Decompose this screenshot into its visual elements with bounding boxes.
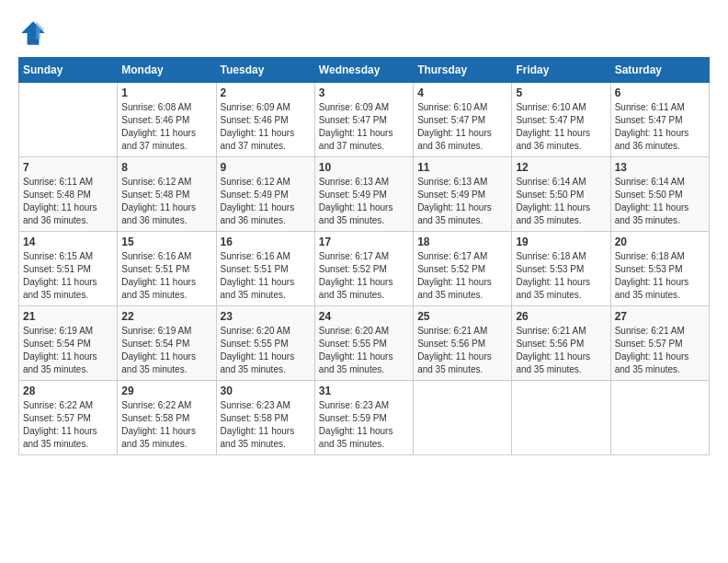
day-number: 23: [221, 310, 311, 323]
cell-info: Sunrise: 6:22 AMSunset: 5:58 PMDaylight:…: [121, 399, 211, 451]
day-number: 16: [221, 236, 311, 248]
day-number: 12: [516, 161, 606, 174]
day-number: 6: [615, 86, 705, 99]
calendar-cell: 27Sunrise: 6:21 AMSunset: 5:57 PMDayligh…: [610, 306, 709, 381]
calendar-cell: 7Sunrise: 6:11 AMSunset: 5:48 PMDaylight…: [19, 157, 118, 232]
day-number: 1: [121, 86, 211, 99]
day-number: 2: [221, 86, 311, 99]
calendar-cell: 22Sunrise: 6:19 AMSunset: 5:54 PMDayligh…: [118, 306, 216, 381]
day-number: 21: [23, 310, 113, 323]
day-number: 22: [121, 310, 211, 323]
calendar-cell: 9Sunrise: 6:12 AMSunset: 5:49 PMDaylight…: [216, 157, 314, 232]
cell-info: Sunrise: 6:11 AMSunset: 5:48 PMDaylight:…: [23, 176, 113, 227]
day-number: 17: [319, 236, 409, 248]
day-number: 30: [221, 385, 311, 397]
cell-info: Sunrise: 6:10 AMSunset: 5:47 PMDaylight:…: [417, 101, 507, 153]
calendar-cell: 2Sunrise: 6:09 AMSunset: 5:46 PMDaylight…: [216, 83, 314, 157]
cell-info: Sunrise: 6:10 AMSunset: 5:47 PMDaylight:…: [516, 101, 606, 153]
day-number: 7: [23, 161, 113, 174]
day-number: 3: [319, 86, 409, 99]
cell-info: Sunrise: 6:19 AMSunset: 5:54 PMDaylight:…: [121, 325, 211, 376]
cell-info: Sunrise: 6:17 AMSunset: 5:52 PMDaylight:…: [319, 250, 409, 302]
column-header-sunday: Sunday: [19, 58, 118, 83]
day-number: 4: [417, 86, 507, 99]
cell-info: Sunrise: 6:09 AMSunset: 5:47 PMDaylight:…: [319, 101, 409, 153]
calendar-header-row: SundayMondayTuesdayWednesdayThursdayFrid…: [19, 58, 710, 83]
calendar-week-row: 21Sunrise: 6:19 AMSunset: 5:54 PMDayligh…: [19, 306, 710, 381]
day-number: 15: [121, 236, 211, 248]
cell-info: Sunrise: 6:08 AMSunset: 5:46 PMDaylight:…: [121, 101, 211, 153]
cell-info: Sunrise: 6:11 AMSunset: 5:47 PMDaylight:…: [615, 101, 705, 153]
svg-marker-1: [36, 21, 45, 39]
calendar-cell: 18Sunrise: 6:17 AMSunset: 5:52 PMDayligh…: [414, 232, 512, 306]
cell-info: Sunrise: 6:16 AMSunset: 5:51 PMDaylight:…: [121, 250, 211, 302]
day-number: 5: [516, 86, 606, 99]
calendar-cell: 20Sunrise: 6:18 AMSunset: 5:53 PMDayligh…: [610, 232, 709, 306]
cell-info: Sunrise: 6:23 AMSunset: 5:58 PMDaylight:…: [221, 399, 311, 451]
logo-icon: [18, 18, 48, 48]
day-number: 28: [23, 385, 113, 397]
cell-info: Sunrise: 6:12 AMSunset: 5:49 PMDaylight:…: [221, 176, 311, 227]
calendar-cell: 6Sunrise: 6:11 AMSunset: 5:47 PMDaylight…: [610, 83, 709, 157]
column-header-wednesday: Wednesday: [314, 58, 413, 83]
calendar-cell: 14Sunrise: 6:15 AMSunset: 5:51 PMDayligh…: [19, 232, 118, 306]
calendar-cell: 11Sunrise: 6:13 AMSunset: 5:49 PMDayligh…: [414, 157, 512, 232]
column-header-saturday: Saturday: [610, 58, 709, 83]
cell-info: Sunrise: 6:20 AMSunset: 5:55 PMDaylight:…: [221, 325, 311, 376]
page-header: [18, 18, 710, 48]
cell-info: Sunrise: 6:21 AMSunset: 5:56 PMDaylight:…: [516, 325, 606, 376]
calendar-cell: 26Sunrise: 6:21 AMSunset: 5:56 PMDayligh…: [512, 306, 610, 381]
calendar-cell: 21Sunrise: 6:19 AMSunset: 5:54 PMDayligh…: [19, 306, 118, 381]
cell-info: Sunrise: 6:14 AMSunset: 5:50 PMDaylight:…: [615, 176, 705, 227]
day-number: 18: [417, 236, 507, 248]
day-number: 9: [221, 161, 311, 174]
column-header-tuesday: Tuesday: [216, 58, 314, 83]
day-number: 20: [615, 236, 705, 248]
cell-info: Sunrise: 6:17 AMSunset: 5:52 PMDaylight:…: [417, 250, 507, 302]
calendar-cell: 23Sunrise: 6:20 AMSunset: 5:55 PMDayligh…: [216, 306, 314, 381]
cell-info: Sunrise: 6:19 AMSunset: 5:54 PMDaylight:…: [23, 325, 113, 376]
cell-info: Sunrise: 6:13 AMSunset: 5:49 PMDaylight:…: [417, 176, 507, 227]
calendar-cell: 15Sunrise: 6:16 AMSunset: 5:51 PMDayligh…: [118, 232, 216, 306]
calendar-cell: 29Sunrise: 6:22 AMSunset: 5:58 PMDayligh…: [118, 381, 216, 455]
calendar-cell: 12Sunrise: 6:14 AMSunset: 5:50 PMDayligh…: [512, 157, 610, 232]
calendar-cell: [512, 381, 610, 455]
cell-info: Sunrise: 6:20 AMSunset: 5:55 PMDaylight:…: [319, 325, 409, 376]
day-number: 19: [516, 236, 606, 248]
calendar-cell: 4Sunrise: 6:10 AMSunset: 5:47 PMDaylight…: [414, 83, 512, 157]
day-number: 11: [417, 161, 507, 174]
day-number: 27: [615, 310, 705, 323]
calendar-cell: 1Sunrise: 6:08 AMSunset: 5:46 PMDaylight…: [118, 83, 216, 157]
cell-info: Sunrise: 6:21 AMSunset: 5:56 PMDaylight:…: [417, 325, 507, 376]
svg-marker-0: [21, 21, 45, 45]
day-number: 25: [417, 310, 507, 323]
calendar-cell: 3Sunrise: 6:09 AMSunset: 5:47 PMDaylight…: [314, 83, 413, 157]
cell-info: Sunrise: 6:16 AMSunset: 5:51 PMDaylight:…: [221, 250, 311, 302]
calendar-cell: 28Sunrise: 6:22 AMSunset: 5:57 PMDayligh…: [19, 381, 118, 455]
cell-info: Sunrise: 6:18 AMSunset: 5:53 PMDaylight:…: [615, 250, 705, 302]
calendar-cell: 25Sunrise: 6:21 AMSunset: 5:56 PMDayligh…: [414, 306, 512, 381]
calendar-cell: [610, 381, 709, 455]
calendar-cell: 31Sunrise: 6:23 AMSunset: 5:59 PMDayligh…: [314, 381, 413, 455]
cell-info: Sunrise: 6:13 AMSunset: 5:49 PMDaylight:…: [319, 176, 409, 227]
cell-info: Sunrise: 6:12 AMSunset: 5:48 PMDaylight:…: [121, 176, 211, 227]
cell-info: Sunrise: 6:18 AMSunset: 5:53 PMDaylight:…: [516, 250, 606, 302]
calendar-cell: 5Sunrise: 6:10 AMSunset: 5:47 PMDaylight…: [512, 83, 610, 157]
calendar-cell: 30Sunrise: 6:23 AMSunset: 5:58 PMDayligh…: [216, 381, 314, 455]
day-number: 14: [23, 236, 113, 248]
cell-info: Sunrise: 6:22 AMSunset: 5:57 PMDaylight:…: [23, 399, 113, 451]
day-number: 13: [615, 161, 705, 174]
logo: [18, 18, 51, 48]
calendar-week-row: 14Sunrise: 6:15 AMSunset: 5:51 PMDayligh…: [19, 232, 710, 306]
calendar-cell: [19, 83, 118, 157]
calendar-cell: 13Sunrise: 6:14 AMSunset: 5:50 PMDayligh…: [610, 157, 709, 232]
cell-info: Sunrise: 6:23 AMSunset: 5:59 PMDaylight:…: [319, 399, 409, 451]
calendar-week-row: 28Sunrise: 6:22 AMSunset: 5:57 PMDayligh…: [19, 381, 710, 455]
calendar-week-row: 1Sunrise: 6:08 AMSunset: 5:46 PMDaylight…: [19, 83, 710, 157]
cell-info: Sunrise: 6:15 AMSunset: 5:51 PMDaylight:…: [23, 250, 113, 302]
day-number: 24: [319, 310, 409, 323]
cell-info: Sunrise: 6:21 AMSunset: 5:57 PMDaylight:…: [615, 325, 705, 376]
day-number: 29: [121, 385, 211, 397]
calendar-cell: 19Sunrise: 6:18 AMSunset: 5:53 PMDayligh…: [512, 232, 610, 306]
calendar-cell: 8Sunrise: 6:12 AMSunset: 5:48 PMDaylight…: [118, 157, 216, 232]
